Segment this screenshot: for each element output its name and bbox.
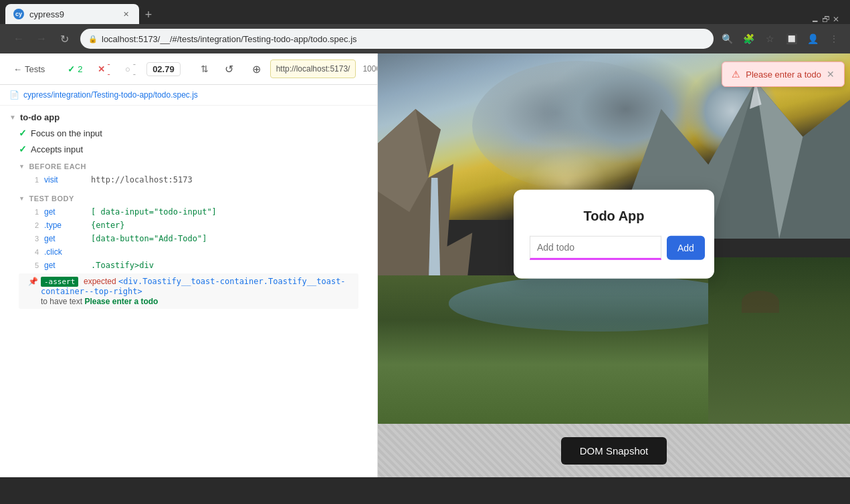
assert-expected-value: Please enter a todo <box>84 297 158 306</box>
app-bottom-bar: DOM Snapshot <box>378 424 850 477</box>
test-body-section: ▼ TEST BODY 1 get [ data-input="todo-inp… <box>9 189 368 313</box>
new-tab-button[interactable]: + <box>139 5 158 24</box>
check-icon: ✓ <box>68 64 75 74</box>
assert-to-have-text: to have text <box>41 297 84 306</box>
toast-error-icon: ⚠ <box>732 69 740 80</box>
zoom-icon[interactable]: 🔍 <box>719 31 735 47</box>
window-restore-button[interactable]: 🗗 <box>822 15 830 24</box>
suite-collapse-icon[interactable]: ▼ <box>9 114 16 121</box>
bookmark-icon[interactable]: ☆ <box>762 31 778 47</box>
cypress-tab[interactable]: cy cypress9 ✕ <box>5 4 139 24</box>
cmd-type[interactable]: 2 .type {enter} <box>19 219 358 232</box>
test-body-arrow: ▼ <box>19 195 25 202</box>
assert-expected-keyword: expected <box>84 277 118 286</box>
cmd-visit[interactable]: 1 visit http://localhost:5173 <box>19 173 358 186</box>
forward-button[interactable]: → <box>31 28 52 49</box>
cmd-get-2-args: [data-button="Add-Todo"] <box>91 234 207 243</box>
before-each-section: ▼ BEFORE EACH 1 visit http://localhost:5… <box>9 157 368 189</box>
app-background: ⚠ Please enter a todo ✕ Todo App Add <box>378 53 850 424</box>
before-each-header[interactable]: ▼ BEFORE EACH <box>19 160 358 173</box>
pass-number: 2 <box>78 64 82 74</box>
cmd-get-3-name: get <box>44 261 91 270</box>
pin-icon: 📌 <box>28 277 38 286</box>
browser-action-icons: 🔍 🧩 ☆ 🔲 👤 ⋮ <box>719 31 842 47</box>
suite-header[interactable]: ▼ to-do app <box>9 110 368 125</box>
line-num-tb-1: 1 <box>28 208 39 216</box>
todo-app-card: Todo App Add <box>514 190 714 279</box>
crosshair-icon[interactable]: ⊕ <box>249 60 263 78</box>
menu-icon[interactable]: ⋮ <box>826 31 842 47</box>
pending-count: ○ -- <box>121 57 140 80</box>
address-bar[interactable]: 🔒 localhost:5173/__/#/tests/integration/… <box>80 29 714 49</box>
fail-count: ✕ -- <box>94 57 114 80</box>
todo-add-button[interactable]: Add <box>667 236 705 260</box>
line-num-tb-2: 2 <box>28 221 39 229</box>
before-each-arrow: ▼ <box>19 163 25 170</box>
test-item-2[interactable]: ✓ Accepts input <box>9 141 368 157</box>
cypress-toolbar: ← Tests ✓ 2 ✕ -- ○ -- 02.79 ⇅ ↺ ⊕ <box>0 53 377 85</box>
line-num-tb-4: 4 <box>28 248 39 256</box>
profile-icon[interactable]: 👤 <box>805 31 821 47</box>
test-body-label: TEST BODY <box>29 195 74 203</box>
cmd-get-1[interactable]: 1 get [ data-input="todo-input"] <box>19 205 358 219</box>
toast-close-button[interactable]: ✕ <box>827 69 835 80</box>
tab-title: cypress9 <box>29 9 64 19</box>
todo-input-row: Add <box>530 236 698 260</box>
test-suite: ▼ to-do app ✓ Focus on the input ✓ Accep… <box>0 106 377 317</box>
cmd-get-3[interactable]: 5 get .Toastify>div <box>19 259 358 272</box>
nav-controls: ← → ↻ <box>8 28 75 49</box>
test-body-header[interactable]: ▼ TEST BODY <box>19 192 358 205</box>
cmd-type-name: .type <box>44 221 91 230</box>
back-label: Tests <box>25 64 45 74</box>
pass-count: ✓ 2 <box>64 63 86 76</box>
assert-row[interactable]: 📌 -assert expected <div.Toastify__toast-… <box>19 273 358 309</box>
run-reload-button[interactable]: ↺ <box>222 60 236 78</box>
test-name-2: Accepts input <box>31 144 83 154</box>
preview-url-bar[interactable]: http://localhost:5173/ <box>270 59 356 78</box>
assert-content: -assert expected <div.Toastify__toast-co… <box>41 276 358 306</box>
test-pass-icon-1: ✓ <box>19 128 27 138</box>
cypress-favicon: cy <box>13 9 24 19</box>
cmd-get-1-args: [ data-input="todo-input"] <box>91 207 217 217</box>
cmd-get-3-args: .Toastify>div <box>91 261 154 270</box>
line-num-1: 1 <box>28 176 39 184</box>
main-layout: ← Tests ✓ 2 ✕ -- ○ -- 02.79 ⇅ ↺ ⊕ <box>0 53 850 477</box>
extension-icon[interactable]: 🧩 <box>740 31 756 47</box>
back-button[interactable]: ← <box>8 28 29 49</box>
cypress-panel: ← Tests ✓ 2 ✕ -- ○ -- 02.79 ⇅ ↺ ⊕ <box>0 53 378 477</box>
test-list: ▼ to-do app ✓ Focus on the input ✓ Accep… <box>0 106 377 477</box>
cmd-get-2[interactable]: 3 get [data-button="Add-Todo"] <box>19 232 358 245</box>
cmd-get-2-name: get <box>44 234 91 243</box>
toast-notification: ⚠ Please enter a todo ✕ <box>722 61 845 87</box>
cmd-click-name: .click <box>44 247 91 257</box>
toast-message: Please enter a todo <box>746 70 821 80</box>
extensions-button[interactable]: 🔲 <box>783 31 799 47</box>
back-to-tests-button[interactable]: ← Tests <box>8 61 50 77</box>
window-close-button[interactable]: ✕ <box>833 15 839 24</box>
file-icon: 📄 <box>9 90 19 100</box>
cmd-type-args: {enter} <box>91 221 125 230</box>
todo-input-field[interactable] <box>530 236 661 260</box>
address-text: localhost:5173/__/#/tests/integration/Te… <box>102 34 706 44</box>
ssl-icon: 🔒 <box>88 35 98 43</box>
line-num-tb-3: 3 <box>28 235 39 243</box>
arrow-up-down-icon[interactable]: ⇅ <box>201 64 209 74</box>
test-time: 02.79 <box>146 62 181 76</box>
dom-snapshot-button[interactable]: DOM Snapshot <box>561 437 667 465</box>
spec-path-text: cypress/integration/Testing-todo-app/tod… <box>23 90 198 100</box>
before-each-label: BEFORE EACH <box>29 162 86 170</box>
reload-button[interactable]: ↻ <box>54 28 75 49</box>
cmd-get-1-name: get <box>44 207 91 217</box>
line-num-tb-5: 5 <box>28 261 39 269</box>
address-bar-row: ← → ↻ 🔒 localhost:5173/__/#/tests/integr… <box>0 24 850 53</box>
window-min-button[interactable]: 🗕 <box>811 15 819 24</box>
cmd-click[interactable]: 4 .click <box>19 245 358 259</box>
suite-name: to-do app <box>20 112 60 122</box>
pending-number: -- <box>133 59 136 79</box>
cmd-name-visit: visit <box>44 175 91 184</box>
cmd-args-visit: http://localhost:5173 <box>91 175 193 184</box>
tab-close-button[interactable]: ✕ <box>120 9 131 19</box>
test-pass-icon-2: ✓ <box>19 144 27 154</box>
resolution-text: 1000 x 660 (57%) <box>362 64 378 74</box>
test-item-1[interactable]: ✓ Focus on the input <box>9 125 368 141</box>
